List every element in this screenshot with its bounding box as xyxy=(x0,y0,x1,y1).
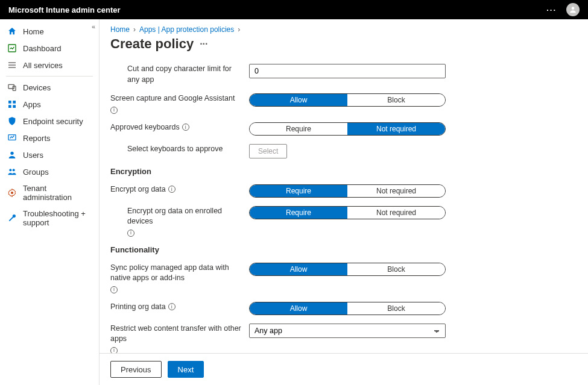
label-sync-policy: Sync policy managed app data with native… xyxy=(110,263,243,284)
svg-point-15 xyxy=(11,192,13,194)
sidebar-item-dashboard[interactable]: Dashboard xyxy=(0,40,99,57)
sidebar-item-users[interactable]: Users xyxy=(0,146,99,163)
breadcrumb: Home › Apps | App protection policies › xyxy=(100,25,588,36)
breadcrumb-home[interactable]: Home xyxy=(110,25,130,34)
toggle-allow[interactable]: Allow xyxy=(250,94,347,106)
sidebar-item-home[interactable]: Home xyxy=(0,23,99,40)
wizard-footer: Previous Next xyxy=(100,353,588,385)
sidebar-item-groups[interactable]: Groups xyxy=(0,163,99,180)
product-title: Microsoft Intune admin center xyxy=(8,5,121,14)
list-icon xyxy=(7,60,17,70)
svg-rect-7 xyxy=(8,101,11,104)
breadcrumb-apps[interactable]: Apps | App protection policies xyxy=(139,25,234,34)
sidebar-item-label: Groups xyxy=(23,167,49,177)
svg-rect-10 xyxy=(13,105,16,108)
printing-toggle[interactable]: Allow Block xyxy=(249,302,446,315)
select-keyboards-button[interactable]: Select xyxy=(249,144,287,158)
sidebar-item-endpoint-security[interactable]: Endpoint security xyxy=(0,113,99,130)
page-title: Create policy xyxy=(110,36,194,52)
info-icon[interactable]: i xyxy=(110,347,118,354)
info-icon[interactable]: i xyxy=(168,186,175,193)
section-encryption: Encryption xyxy=(110,167,577,176)
toggle-allow[interactable]: Allow xyxy=(250,263,347,275)
sidebar-item-all-services[interactable]: All services xyxy=(0,57,99,74)
info-icon[interactable]: i xyxy=(127,230,134,237)
main-content: Home › Apps | App protection policies › … xyxy=(100,19,588,385)
toggle-allow[interactable]: Allow xyxy=(250,302,347,315)
reports-icon xyxy=(7,133,17,143)
info-icon[interactable]: i xyxy=(182,124,189,131)
toggle-not-required[interactable]: Not required xyxy=(347,185,445,197)
groups-icon xyxy=(7,167,17,177)
apps-icon xyxy=(7,99,17,109)
sidebar-item-label: Home xyxy=(23,27,44,36)
sidebar-item-label: Endpoint security xyxy=(23,117,83,126)
sidebar-item-label: Dashboard xyxy=(23,44,62,53)
more-icon[interactable]: ··· xyxy=(546,5,557,14)
sidebar-item-label: Apps xyxy=(23,100,41,109)
label-encrypt-enrolled: Encrypt org data on enrolled devices xyxy=(127,206,243,227)
svg-rect-4 xyxy=(8,67,16,67)
next-button[interactable]: Next xyxy=(168,361,204,378)
collapse-icon[interactable]: « xyxy=(92,23,95,30)
toggle-not-required[interactable]: Not required xyxy=(347,123,445,135)
sidebar-item-devices[interactable]: Devices xyxy=(0,79,99,96)
section-functionality: Functionality xyxy=(110,245,577,254)
sync-policy-toggle[interactable]: Allow Block xyxy=(249,263,446,276)
sidebar-item-label: Reports xyxy=(23,134,51,143)
encrypt-enrolled-toggle[interactable]: Require Not required xyxy=(249,206,446,219)
cut-copy-limit-input[interactable] xyxy=(249,64,446,78)
toggle-require[interactable]: Require xyxy=(250,207,347,219)
toggle-not-required[interactable]: Not required xyxy=(347,207,445,219)
sidebar: « Home Dashboard All services Devices Ap… xyxy=(0,19,100,385)
info-icon[interactable]: i xyxy=(110,107,118,114)
svg-point-12 xyxy=(10,152,13,155)
sidebar-item-label: All services xyxy=(23,61,63,70)
approved-keyboards-toggle[interactable]: Require Not required xyxy=(249,122,446,136)
gear-icon xyxy=(7,188,17,198)
home-icon xyxy=(7,27,17,36)
users-icon xyxy=(7,150,17,160)
svg-point-0 xyxy=(572,7,575,10)
chevron-right-icon: › xyxy=(238,25,240,34)
toggle-block[interactable]: Block xyxy=(347,263,445,275)
wrench-icon xyxy=(7,213,17,223)
shield-icon xyxy=(7,116,17,126)
svg-rect-3 xyxy=(8,64,16,65)
label-screen-capture: Screen capture and Google Assistant xyxy=(110,93,235,104)
sidebar-item-tenant-admin[interactable]: Tenant administration xyxy=(0,180,99,205)
label-restrict-web: Restrict web content transfer with other… xyxy=(110,324,243,345)
label-approved-keyboards: Approved keyboards xyxy=(110,122,180,133)
more-icon[interactable]: ··· xyxy=(200,39,207,49)
devices-icon xyxy=(7,83,17,92)
svg-rect-2 xyxy=(8,62,16,63)
sidebar-item-apps[interactable]: Apps xyxy=(0,96,99,113)
chevron-right-icon: › xyxy=(133,25,136,34)
label-select-keyboards: Select keyboards to approve xyxy=(127,144,223,155)
label-printing: Printing org data xyxy=(110,302,166,313)
form-body: Cut and copy character limit for any app… xyxy=(100,58,588,353)
info-icon[interactable]: i xyxy=(110,286,118,293)
encrypt-org-data-toggle[interactable]: Require Not required xyxy=(249,184,446,198)
avatar[interactable] xyxy=(566,3,580,16)
toggle-require[interactable]: Require xyxy=(250,123,347,135)
screen-capture-toggle[interactable]: Allow Block xyxy=(249,93,446,107)
svg-point-14 xyxy=(13,169,15,171)
dashboard-icon xyxy=(7,43,17,53)
restrict-web-select[interactable]: Any app xyxy=(249,324,446,338)
toggle-require[interactable]: Require xyxy=(250,185,347,197)
sidebar-item-label: Users xyxy=(23,151,43,160)
info-icon[interactable]: i xyxy=(168,303,175,310)
toggle-block[interactable]: Block xyxy=(347,94,445,106)
sidebar-item-label: Devices xyxy=(23,83,51,92)
toggle-block[interactable]: Block xyxy=(347,302,445,315)
label-encrypt-org-data: Encrypt org data xyxy=(110,184,166,195)
top-bar: Microsoft Intune admin center ··· xyxy=(0,0,588,19)
sidebar-item-reports[interactable]: Reports xyxy=(0,130,99,146)
svg-point-13 xyxy=(9,169,11,171)
previous-button[interactable]: Previous xyxy=(110,361,162,378)
label-cut-copy-limit: Cut and copy character limit for any app xyxy=(127,64,243,85)
sidebar-item-troubleshooting[interactable]: Troubleshooting + support xyxy=(0,205,99,231)
sidebar-item-label: Tenant administration xyxy=(23,184,92,202)
svg-rect-8 xyxy=(13,101,16,104)
